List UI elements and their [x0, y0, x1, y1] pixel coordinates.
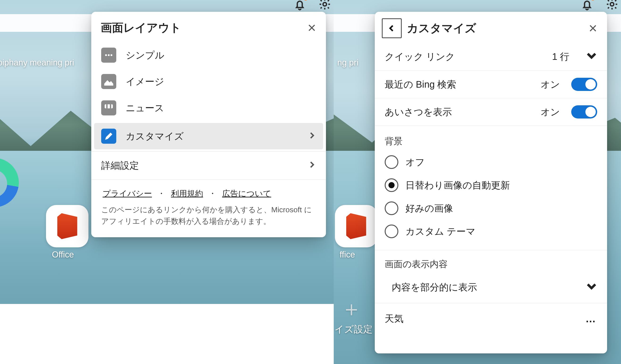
quick-link-text[interactable]: ng pri: [337, 58, 359, 68]
recent-bing-row: 最近の Bing 検索 オン: [375, 71, 607, 98]
panel-title: カスタマイズ: [407, 21, 588, 36]
greeting-row: あいさつを表示 オン: [375, 98, 607, 126]
layout-option-label: シンプル: [126, 49, 316, 62]
bg-option-off[interactable]: オフ: [375, 151, 607, 174]
svg-point-11: [610, 3, 614, 6]
layout-option-simple[interactable]: シンプル: [91, 42, 326, 68]
ads-link[interactable]: 広告について: [222, 189, 271, 198]
bg-option-theme[interactable]: カスタム テーマ: [375, 220, 607, 243]
page-layout-panel: 画面レイアウト シンプル イメージ: [91, 12, 326, 237]
weather-label: 天気: [385, 312, 404, 325]
recent-bing-state: オン: [541, 78, 560, 91]
disclaimer-text: このページにあるリンクから何かを購入すると、Microsoft にアフィリエイト…: [101, 204, 316, 227]
advanced-settings-label: 詳細設定: [101, 159, 299, 172]
bg-option-label: 日替わり画像の自動更新: [405, 179, 510, 192]
quick-links-label: クイック リンク: [385, 50, 545, 63]
layout-option-label: イメージ: [126, 75, 316, 88]
background-radio-group: オフ 日替わり画像の自動更新 好みの画像 カスタム テーマ: [375, 151, 607, 250]
svg-point-0: [323, 3, 327, 6]
office-tile-label: ffice: [340, 250, 355, 260]
display-partial-label: 内容を部分的に表示: [392, 281, 579, 294]
greeting-state: オン: [541, 106, 560, 119]
bg-option-daily[interactable]: 日替わり画像の自動更新: [375, 174, 607, 197]
office-tile-label: Office: [52, 250, 74, 260]
svg-point-4: [108, 54, 110, 56]
layout-option-news[interactable]: ニュース: [91, 95, 326, 121]
gear-icon[interactable]: [318, 0, 331, 12]
weather-row[interactable]: 天気 …: [375, 305, 607, 327]
close-icon[interactable]: [307, 23, 316, 32]
quick-links-value: 1 行: [552, 50, 569, 63]
recent-bing-label: 最近の Bing 検索: [385, 78, 534, 91]
terms-link[interactable]: 利用規約: [171, 189, 203, 198]
chevron-down-icon: [586, 281, 597, 294]
greeting-label: あいさつを表示: [385, 106, 534, 119]
left-screenshot: epiphany meaning pri Office 画面レイアウト シンプル: [0, 0, 334, 364]
svg-rect-7: [105, 104, 113, 108]
layout-option-image[interactable]: イメージ: [91, 68, 326, 95]
layout-option-customize[interactable]: カスタマイズ: [94, 123, 323, 149]
add-tile-icon[interactable]: ＋: [341, 295, 362, 323]
bg-option-fav[interactable]: 好みの画像: [375, 197, 607, 220]
advanced-settings-row[interactable]: 詳細設定: [91, 153, 326, 178]
recent-bing-toggle[interactable]: [571, 78, 597, 91]
right-screenshot: ng pri ffice ＋ イズ設定 カスタマイズ クイック リンク 1 行: [334, 0, 621, 364]
bg-option-label: 好みの画像: [405, 202, 453, 215]
svg-point-5: [111, 54, 113, 56]
chevron-right-icon: [308, 131, 316, 142]
display-partial-row[interactable]: 内容を部分的に表示: [375, 273, 607, 301]
image-icon: [101, 74, 116, 89]
layout-option-label: ニュース: [126, 102, 316, 114]
radio-icon: [385, 155, 398, 169]
background-section-title: 背景: [375, 126, 607, 151]
office-tile[interactable]: [335, 205, 377, 247]
radio-checked-icon: [385, 178, 398, 192]
gear-icon[interactable]: [605, 0, 619, 12]
layout-option-label: カスタマイズ: [126, 130, 299, 143]
news-icon: [101, 100, 116, 115]
simple-icon: [101, 47, 116, 63]
bg-option-label: オフ: [405, 156, 425, 169]
panel-footer: プライバシー ・ 利用規約 ・ 広告について このページにあるリンクから何かを購…: [91, 182, 326, 237]
bg-option-label: カスタム テーマ: [405, 225, 475, 238]
radio-icon: [385, 201, 398, 215]
customize-panel: カスタマイズ クイック リンク 1 行 最近の Bing 検索 オン あいさつを…: [375, 12, 607, 353]
notifications-icon[interactable]: [580, 0, 594, 12]
svg-point-3: [105, 54, 107, 56]
display-section-title: 画面の表示内容: [375, 250, 607, 273]
chevron-right-icon: [308, 160, 316, 171]
behind-panel-text: イズ設定: [334, 323, 373, 336]
privacy-link[interactable]: プライバシー: [103, 189, 152, 198]
close-icon[interactable]: [588, 24, 598, 33]
quick-link-text[interactable]: epiphany meaning pri: [0, 58, 74, 68]
notifications-icon[interactable]: [293, 0, 306, 12]
more-icon[interactable]: …: [585, 313, 597, 325]
radio-icon: [385, 224, 398, 238]
panel-title: 画面レイアウト: [101, 20, 307, 35]
customize-icon: [101, 129, 116, 144]
quick-links-row[interactable]: クイック リンク 1 行: [375, 43, 607, 71]
office-tile[interactable]: [46, 205, 88, 247]
greeting-toggle[interactable]: [571, 105, 597, 119]
back-button[interactable]: [382, 18, 402, 38]
chevron-down-icon: [586, 50, 597, 63]
